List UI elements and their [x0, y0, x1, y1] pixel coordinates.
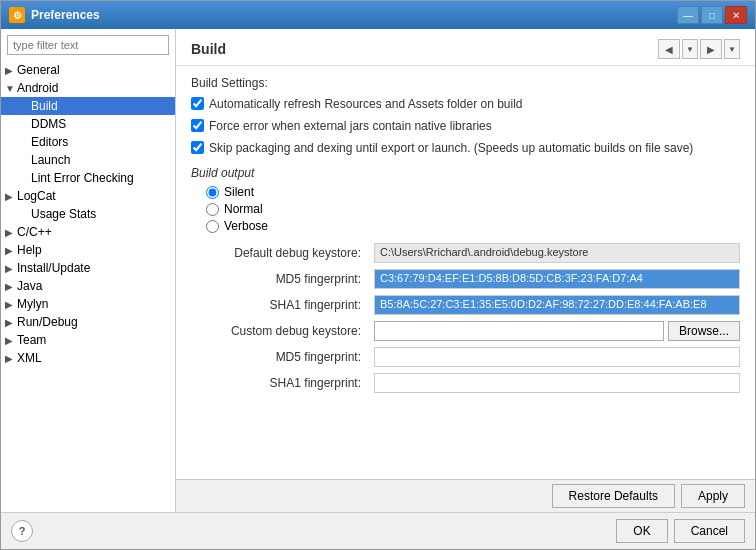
tree-arrow-install-update: ▶ [5, 263, 17, 274]
panel-title: Build [191, 41, 226, 57]
sidebar-label-help: Help [17, 243, 42, 257]
bottom-left: ? [11, 520, 33, 542]
tree: ▶General▼AndroidBuildDDMSEditorsLaunchLi… [1, 61, 175, 512]
window-title: Preferences [31, 8, 100, 22]
apply-button[interactable]: Apply [681, 484, 745, 508]
sidebar-label-launch: Launch [31, 153, 70, 167]
sidebar-item-mylyn[interactable]: ▶Mylyn [1, 295, 175, 313]
field-label-md5-fingerprint-1: MD5 fingerprint: [191, 272, 366, 286]
sidebar-label-team: Team [17, 333, 46, 347]
sidebar-label-build: Build [31, 99, 58, 113]
sidebar-label-general: General [17, 63, 60, 77]
bottom-bar: ? OK Cancel [1, 512, 755, 549]
back-dropdown[interactable]: ▼ [682, 39, 698, 59]
tree-arrow-mylyn: ▶ [5, 299, 17, 310]
sidebar-label-run-debug: Run/Debug [17, 315, 78, 329]
tree-arrow-xml: ▶ [5, 353, 17, 364]
preferences-window: ⚙ Preferences — □ ✕ ▶General▼AndroidBuil… [0, 0, 756, 550]
forward-dropdown[interactable]: ▼ [724, 39, 740, 59]
checkbox-row-force-error: Force error when external jars contain n… [191, 118, 740, 135]
minimize-button[interactable]: — [677, 6, 699, 24]
field-label-sha1-fingerprint-1: SHA1 fingerprint: [191, 298, 366, 312]
main-panel: Build ◀ ▼ ▶ ▼ Build Settings: Automatica… [176, 29, 755, 512]
field-label-md5-fingerprint-2: MD5 fingerprint: [191, 350, 366, 364]
tree-arrow-java: ▶ [5, 281, 17, 292]
forward-button[interactable]: ▶ [700, 39, 722, 59]
checkbox-auto-refresh[interactable] [191, 97, 204, 110]
radio-row-verbose: Verbose [191, 219, 740, 233]
tree-arrow-android: ▼ [5, 83, 17, 94]
build-settings-label: Build Settings: [191, 76, 740, 90]
sidebar-label-cpp: C/C++ [17, 225, 52, 239]
close-button[interactable]: ✕ [725, 6, 747, 24]
fields-container: Default debug keystore:C:\Users\Rrichard… [191, 243, 740, 393]
help-button[interactable]: ? [11, 520, 33, 542]
main-content-area: ▶General▼AndroidBuildDDMSEditorsLaunchLi… [1, 29, 755, 512]
sidebar-item-general[interactable]: ▶General [1, 61, 175, 79]
field-value-md5-fingerprint-1: C3:67:79:D4:EF:E1:D5:8B:D8:5D:CB:3F:23:F… [374, 269, 740, 289]
title-bar-buttons: — □ ✕ [677, 6, 747, 24]
field-label-default-debug-keystore: Default debug keystore: [191, 246, 366, 260]
build-settings-content: Build Settings: Automatically refresh Re… [176, 66, 755, 479]
nav-buttons: ◀ ▼ ▶ ▼ [658, 39, 740, 59]
sidebar-item-editors[interactable]: Editors [1, 133, 175, 151]
field-input-custom-debug-keystore[interactable] [374, 321, 664, 341]
sidebar-item-cpp[interactable]: ▶C/C++ [1, 223, 175, 241]
sidebar-label-mylyn: Mylyn [17, 297, 48, 311]
filter-input[interactable] [7, 35, 169, 55]
bottom-right: OK Cancel [616, 519, 745, 543]
checkboxes-container: Automatically refresh Resources and Asse… [191, 96, 740, 156]
sidebar-item-install-update[interactable]: ▶Install/Update [1, 259, 175, 277]
back-button[interactable]: ◀ [658, 39, 680, 59]
tree-arrow-general: ▶ [5, 65, 17, 76]
sidebar-item-launch[interactable]: Launch [1, 151, 175, 169]
sidebar-label-logcat: LogCat [17, 189, 56, 203]
restore-defaults-button[interactable]: Restore Defaults [552, 484, 675, 508]
sidebar-item-java[interactable]: ▶Java [1, 277, 175, 295]
radio-label-silent: Silent [224, 185, 254, 199]
radio-verbose[interactable] [206, 220, 219, 233]
checkbox-force-error[interactable] [191, 119, 204, 132]
sidebar-item-usage-stats[interactable]: Usage Stats [1, 205, 175, 223]
sidebar-label-android: Android [17, 81, 58, 95]
radio-silent[interactable] [206, 186, 219, 199]
tree-arrow-cpp: ▶ [5, 227, 17, 238]
tree-arrow-help: ▶ [5, 245, 17, 256]
maximize-button[interactable]: □ [701, 6, 723, 24]
field-label-sha1-fingerprint-2: SHA1 fingerprint: [191, 376, 366, 390]
radio-label-verbose: Verbose [224, 219, 268, 233]
sidebar-label-usage-stats: Usage Stats [31, 207, 96, 221]
radio-normal[interactable] [206, 203, 219, 216]
sidebar-item-android[interactable]: ▼Android [1, 79, 175, 97]
checkbox-row-skip-packaging: Skip packaging and dexing until export o… [191, 140, 740, 157]
sidebar-label-editors: Editors [31, 135, 68, 149]
radio-row-normal: Normal [191, 202, 740, 216]
title-bar: ⚙ Preferences — □ ✕ [1, 1, 755, 29]
checkbox-row-auto-refresh: Automatically refresh Resources and Asse… [191, 96, 740, 113]
sidebar-item-ddms[interactable]: DDMS [1, 115, 175, 133]
sidebar-label-ddms: DDMS [31, 117, 66, 131]
sidebar: ▶General▼AndroidBuildDDMSEditorsLaunchLi… [1, 29, 176, 512]
sidebar-label-java: Java [17, 279, 42, 293]
sidebar-item-logcat[interactable]: ▶LogCat [1, 187, 175, 205]
sidebar-label-lint-error-checking: Lint Error Checking [31, 171, 134, 185]
field-label-custom-debug-keystore: Custom debug keystore: [191, 324, 366, 338]
build-output-label: Build output [191, 166, 740, 180]
sidebar-item-team[interactable]: ▶Team [1, 331, 175, 349]
tree-arrow-logcat: ▶ [5, 191, 17, 202]
checkbox-skip-packaging[interactable] [191, 141, 204, 154]
sidebar-item-build[interactable]: Build [1, 97, 175, 115]
sidebar-item-lint-error-checking[interactable]: Lint Error Checking [1, 169, 175, 187]
tree-arrow-team: ▶ [5, 335, 17, 346]
sidebar-item-xml[interactable]: ▶XML [1, 349, 175, 367]
cancel-button[interactable]: Cancel [674, 519, 745, 543]
checkbox-label-auto-refresh: Automatically refresh Resources and Asse… [209, 96, 523, 113]
ok-button[interactable]: OK [616, 519, 667, 543]
sidebar-item-run-debug[interactable]: ▶Run/Debug [1, 313, 175, 331]
sidebar-item-help[interactable]: ▶Help [1, 241, 175, 259]
field-value-md5-fingerprint-2 [374, 347, 740, 367]
sidebar-label-install-update: Install/Update [17, 261, 90, 275]
checkbox-label-skip-packaging: Skip packaging and dexing until export o… [209, 140, 693, 157]
browse-button[interactable]: Browse... [668, 321, 740, 341]
title-bar-left: ⚙ Preferences [9, 7, 100, 23]
